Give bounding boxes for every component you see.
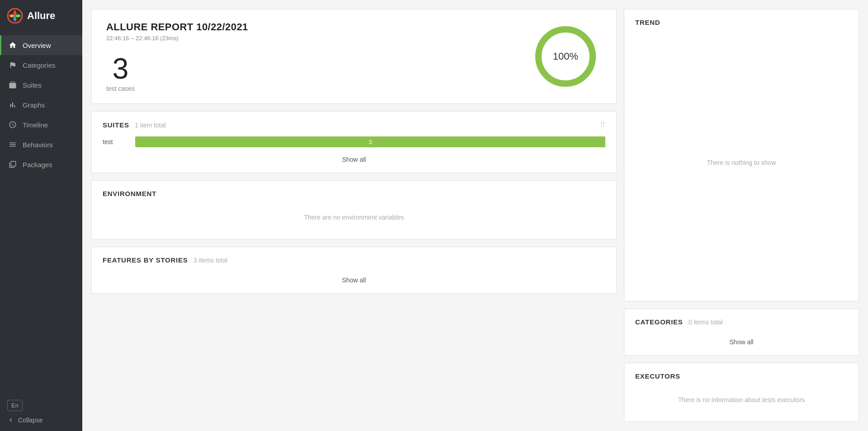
sidebar-logo: Allure [0,0,82,32]
categories-title: CATEGORIES [635,318,683,326]
briefcase-icon [8,80,17,89]
language-button[interactable]: En [7,400,23,411]
collapse-button[interactable]: Collapse [7,417,42,424]
bar-chart-icon [8,100,17,109]
trend-card: TREND There is nothing to show [624,9,859,301]
report-time: 22:46:16 – 22:46:16 (23ms) [106,35,179,42]
features-title-group: FEATURES BY STORIES 3 items total [103,256,227,264]
test-count-area: 3 test cases [106,54,135,92]
executors-card: EXECUTORS There is no information about … [624,363,859,422]
sidebar: Allure Overview Categories Suites [0,0,82,431]
suites-count: 1 item total [135,122,165,129]
trend-title: TREND [635,19,660,26]
categories-card: CATEGORIES 0 items total Show all [624,309,859,356]
test-count: 3 [113,54,129,83]
sidebar-logo-text: Allure [27,10,55,22]
sidebar-bottom: En Collapse [0,393,82,431]
donut-chart: 100% [529,20,602,93]
categories-show-all-button[interactable]: Show all [730,338,754,346]
suites-show-all-row: Show all [103,151,605,164]
report-title: ALLURE REPORT 10/22/2021 [106,21,248,33]
sidebar-item-timeline[interactable]: Timeline [0,115,82,135]
features-show-all-row: Show all [103,272,605,284]
suite-bar: 3 [135,136,605,147]
trend-empty-message: There is nothing to show [635,33,848,292]
suites-show-all-button[interactable]: Show all [342,156,366,163]
sidebar-item-behaviors-label: Behaviors [23,141,53,149]
environment-empty-message: There are no environment variables [103,205,605,230]
suites-header: SUITES 1 item total ⠿ [103,121,605,129]
environment-card: ENVIRONMENT There are no environment var… [91,180,617,239]
sidebar-item-timeline-label: Timeline [23,121,48,129]
sidebar-item-overview-label: Overview [23,42,51,49]
environment-title: ENVIRONMENT [103,190,156,197]
left-column: ALLURE REPORT 10/22/2021 22:46:16 – 22:4… [91,9,617,422]
sidebar-nav: Overview Categories Suites Graphs [0,32,82,393]
categories-title-group: CATEGORIES 0 items total [635,318,723,326]
environment-header: ENVIRONMENT [103,190,605,197]
sidebar-item-suites-label: Suites [23,81,42,89]
executors-header: EXECUTORS [635,372,848,380]
summary-left: ALLURE REPORT 10/22/2021 22:46:16 – 22:4… [106,21,248,92]
features-count: 3 items total [193,257,227,264]
categories-show-all-row: Show all [635,333,848,346]
trend-header: TREND [635,19,848,26]
allure-logo-icon [7,8,23,23]
executors-title: EXECUTORS [635,372,680,380]
collapse-label: Collapse [18,417,42,424]
grid-icon: ⠿ [600,121,605,129]
flag-icon [8,61,17,70]
test-cases-label: test cases [106,85,135,92]
suites-card: SUITES 1 item total ⠿ test 3 Show all [91,111,617,173]
suite-bar-container: 3 [135,136,605,147]
list-icon [8,140,17,149]
right-column: TREND There is nothing to show CATEGORIE… [624,9,859,422]
home-icon [8,41,17,50]
sidebar-item-packages-label: Packages [23,161,52,169]
features-card: FEATURES BY STORIES 3 items total Show a… [91,247,617,294]
features-show-all-button[interactable]: Show all [342,276,366,284]
donut-chart-area: 100% [529,20,602,93]
suite-name: test [103,138,130,145]
suite-row: test 3 [103,136,605,147]
suites-title-text: SUITES [103,121,129,129]
sidebar-item-behaviors[interactable]: Behaviors [0,135,82,155]
sidebar-item-categories-label: Categories [23,61,56,69]
sidebar-item-packages[interactable]: Packages [0,155,82,174]
sidebar-item-categories[interactable]: Categories [0,55,82,75]
chevron-left-icon [7,417,14,424]
clock-icon [8,120,17,129]
sidebar-item-graphs[interactable]: Graphs [0,95,82,115]
sidebar-item-overview[interactable]: Overview [0,35,82,55]
features-header: FEATURES BY STORIES 3 items total [103,256,605,264]
suites-title: SUITES 1 item total [103,121,166,129]
sidebar-item-graphs-label: Graphs [23,101,45,109]
sidebar-item-suites[interactable]: Suites [0,75,82,95]
main-content: ALLURE REPORT 10/22/2021 22:46:16 – 22:4… [82,0,868,431]
categories-count: 0 items total [689,319,722,326]
summary-card: ALLURE REPORT 10/22/2021 22:46:16 – 22:4… [91,9,617,104]
features-title: FEATURES BY STORIES [103,256,188,264]
donut-percent-label: 100% [553,51,578,62]
categories-header: CATEGORIES 0 items total [635,318,848,326]
executors-empty-message: There is no information about tests exec… [635,387,848,412]
packages-icon [8,160,17,169]
